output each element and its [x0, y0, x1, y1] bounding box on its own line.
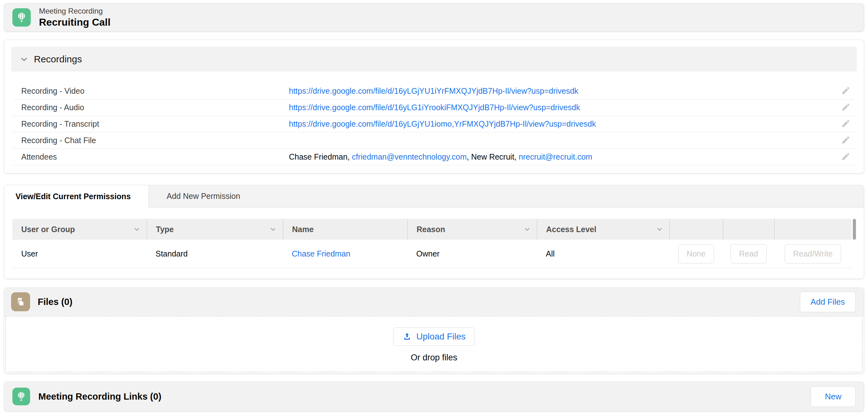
- tab-add-new-permission[interactable]: Add New Permission: [154, 185, 253, 207]
- column-header-reason[interactable]: Reason: [407, 219, 537, 240]
- column-header-access-level[interactable]: Access Level: [537, 219, 670, 240]
- stacked-pages-icon: [15, 296, 26, 307]
- column-header-type[interactable]: Type: [147, 219, 283, 240]
- table-row: UserStandardChase FriedmanOwnerAllNoneRe…: [12, 240, 851, 268]
- field-row: Recording - Chat File: [12, 132, 855, 149]
- drop-files-hint: Or drop files: [410, 353, 457, 362]
- pencil-icon: [841, 152, 850, 162]
- pencil-icon: [841, 86, 850, 96]
- recordings-section-header[interactable]: Recordings: [11, 47, 857, 71]
- cell-type: Standard: [147, 240, 283, 268]
- pencil-icon: [841, 119, 850, 129]
- permissions-section: View/Edit Current PermissionsAdd New Per…: [4, 185, 864, 279]
- hot-air-balloon-icon: [16, 12, 27, 23]
- links-section-title: Meeting Recording Links (0): [38, 391, 161, 402]
- chevron-down-icon: [133, 225, 141, 233]
- upload-files-button[interactable]: Upload Files: [393, 327, 475, 346]
- field-label: Recording - Video: [21, 87, 289, 96]
- field-value: https://drive.google.com/file/d/16yLG1iY…: [289, 103, 835, 112]
- permissions-tabs: View/Edit Current PermissionsAdd New Per…: [4, 185, 864, 207]
- files-title: Files (0): [38, 297, 72, 307]
- column-header-empty: [670, 219, 723, 240]
- field-value: https://drive.google.com/file/d/16yLGjYU…: [289, 119, 835, 129]
- field-link[interactable]: https://drive.google.com/file/d/16yLGjYU…: [289, 119, 596, 128]
- column-label: Type: [156, 225, 174, 234]
- field-label: Recording - Transcript: [21, 119, 289, 129]
- field-row: AttendeesChase Friedman, cfriedman@vennt…: [12, 149, 855, 165]
- table-scrollbar-thumb[interactable]: [853, 219, 856, 240]
- column-label: User or Group: [21, 225, 75, 234]
- files-section: Files (0) Add Files Upload Files Or drop…: [4, 288, 864, 374]
- recordings-section: Recordings Recording - Videohttps://driv…: [4, 40, 864, 173]
- cell-user-or-group: User: [12, 240, 147, 268]
- column-header-user-or-group[interactable]: User or Group: [12, 219, 147, 240]
- field-row: Recording - Audiohttps://drive.google.co…: [12, 99, 855, 116]
- edit-button[interactable]: [835, 102, 855, 113]
- field-text: , New Recruit,: [467, 152, 519, 161]
- table-body: UserStandardChase FriedmanOwnerAllNoneRe…: [12, 240, 851, 268]
- access-none-button[interactable]: None: [678, 244, 714, 263]
- field-label: Recording - Chat File: [21, 136, 289, 145]
- meeting-recording-links-icon: [12, 388, 30, 405]
- cell-access-level: All: [537, 240, 670, 268]
- file-dropzone[interactable]: Upload Files Or drop files: [5, 316, 863, 373]
- new-button[interactable]: New: [811, 386, 856, 407]
- field-value: https://drive.google.com/file/d/16yLGjYU…: [289, 87, 835, 96]
- object-label: Meeting Recording: [39, 7, 111, 15]
- column-label: Access Level: [546, 225, 596, 234]
- column-header-name: Name: [283, 219, 407, 240]
- column-header-empty: [723, 219, 774, 240]
- access-read-write-button[interactable]: Read/Write: [785, 244, 841, 263]
- cell-reason: Owner: [407, 240, 537, 268]
- chevron-down-icon: [523, 225, 531, 233]
- field-row: Recording - Transcripthttps://drive.goog…: [12, 116, 855, 132]
- permissions-table: User or GroupTypeNameReasonAccess Level …: [12, 219, 851, 268]
- tab-bar-rest: Add New Permission: [149, 185, 864, 207]
- record-header: Meeting Recording Recruiting Call: [4, 3, 864, 32]
- upload-files-label: Upload Files: [416, 331, 466, 342]
- meeting-recording-icon: [12, 8, 31, 27]
- access-read-button[interactable]: Read: [731, 244, 767, 263]
- tab-view-edit-current-permissions[interactable]: View/Edit Current Permissions: [4, 185, 149, 207]
- field-link[interactable]: https://drive.google.com/file/d/16yLG1iY…: [289, 103, 580, 112]
- hot-air-balloon-icon: [16, 391, 27, 402]
- files-icon: [11, 292, 30, 311]
- column-header-empty: [774, 219, 851, 240]
- field-value: Chase Friedman, cfriedman@venntechnology…: [289, 152, 835, 161]
- name-link[interactable]: Chase Friedman: [292, 249, 350, 258]
- field-link[interactable]: nrecruit@recruit.com: [519, 152, 592, 161]
- upload-icon: [402, 332, 412, 341]
- field-row: Recording - Videohttps://drive.google.co…: [12, 83, 855, 99]
- column-label: Name: [292, 225, 314, 234]
- chevron-down-icon: [19, 55, 29, 64]
- edit-button[interactable]: [835, 119, 855, 129]
- field-label: Recording - Audio: [21, 103, 289, 112]
- column-label: Reason: [416, 225, 445, 234]
- pencil-icon: [841, 135, 850, 146]
- field-link[interactable]: https://drive.google.com/file/d/16yLGjYU…: [289, 87, 579, 95]
- files-section-header: Files (0) Add Files: [4, 288, 864, 316]
- field-label: Attendees: [21, 152, 289, 161]
- section-title: Recordings: [34, 54, 82, 65]
- chevron-down-icon: [655, 225, 664, 233]
- edit-button[interactable]: [835, 135, 855, 146]
- cell-action: None: [670, 240, 723, 268]
- chevron-down-icon: [269, 225, 277, 233]
- table-scrollbar-track: [853, 219, 856, 268]
- cell-action: Read/Write: [774, 240, 851, 268]
- add-files-button[interactable]: Add Files: [800, 292, 856, 312]
- page-title: Recruiting Call: [39, 17, 111, 28]
- field-text: Chase Friedman,: [289, 152, 352, 161]
- cell-name: Chase Friedman: [283, 240, 407, 268]
- table-header-row: User or GroupTypeNameReasonAccess Level: [12, 219, 851, 240]
- field-link[interactable]: cfriedman@venntechnology.com: [352, 152, 467, 161]
- meeting-recording-links-section: Meeting Recording Links (0) New: [4, 382, 864, 411]
- cell-action: Read: [723, 240, 774, 268]
- edit-button[interactable]: [835, 86, 855, 96]
- edit-button[interactable]: [835, 152, 855, 162]
- recordings-field-list: Recording - Videohttps://drive.google.co…: [12, 83, 855, 165]
- pencil-icon: [841, 102, 850, 113]
